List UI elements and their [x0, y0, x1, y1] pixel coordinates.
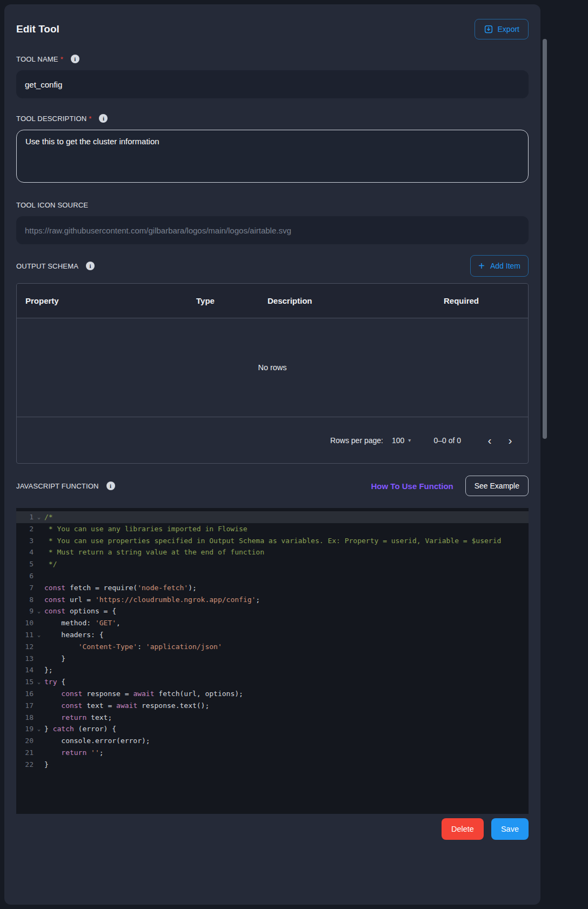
fold-spacer [34, 759, 44, 771]
line-number: 21 [16, 747, 34, 759]
code-line: 7const fetch = require('node-fetch'); [16, 582, 529, 594]
fold-spacer [34, 712, 44, 724]
line-number: 6 [16, 570, 34, 582]
column-header-required: Required [435, 296, 528, 305]
code-line-text: 'Content-Type': 'application/json' [44, 641, 222, 653]
dialog-footer: Delete Save [16, 818, 529, 840]
output-schema-label-group: OUTPUT SCHEMA i [16, 262, 95, 270]
fold-spacer [34, 747, 44, 759]
line-number: 9 [16, 605, 34, 617]
line-number: 18 [16, 712, 34, 724]
tool-description-textarea[interactable]: Use this to get the cluster information [16, 130, 529, 183]
code-line: 21 return ''; [16, 747, 529, 759]
code-line-text: */ [44, 558, 57, 570]
fold-marker-icon[interactable]: ⌄ [34, 629, 44, 641]
fold-marker-icon[interactable]: ⌄ [34, 511, 44, 523]
code-line: 5 */ [16, 558, 529, 570]
see-example-button[interactable]: See Example [465, 476, 529, 496]
code-line: 16 const response = await fetch(url, opt… [16, 688, 529, 700]
rows-per-page-select[interactable]: 100 ▾ [392, 436, 411, 445]
code-line: 11⌄ headers: { [16, 629, 529, 641]
line-number: 7 [16, 582, 34, 594]
fold-marker-icon[interactable]: ⌄ [34, 676, 44, 688]
code-line-text: console.error(error); [44, 735, 150, 747]
scrollbar-thumb[interactable] [543, 39, 547, 439]
code-line: 18 return text; [16, 712, 529, 724]
table-empty-body: No rows [17, 318, 528, 417]
info-icon[interactable]: i [106, 482, 115, 490]
code-line: 3 * You can use properties specified in … [16, 535, 529, 547]
info-icon[interactable]: i [99, 114, 108, 123]
output-schema-header-row: OUTPUT SCHEMA i + Add Item [16, 255, 529, 277]
export-button[interactable]: Export [475, 19, 529, 39]
table-header-row: Property Type Description Required [17, 284, 528, 318]
previous-page-button[interactable]: ‹ [479, 430, 500, 451]
js-function-label: JAVASCRIPT FUNCTION [16, 482, 99, 490]
tool-description-label: TOOL DESCRIPTION [16, 115, 86, 123]
line-number: 1 [16, 511, 34, 523]
code-line: 13 } [16, 653, 529, 665]
code-line: 4 * Must return a string value at the en… [16, 546, 529, 558]
code-line-text: const response = await fetch(url, option… [44, 688, 243, 700]
rows-per-page-value: 100 [392, 436, 404, 445]
code-line-text: * You can use any libraries imported in … [44, 523, 248, 535]
table-pagination: Rows per page: 100 ▾ 0–0 of 0 ‹ › [17, 417, 528, 463]
js-function-actions: How To Use Function See Example [371, 476, 529, 496]
line-number: 13 [16, 653, 34, 665]
tool-name-input[interactable] [16, 70, 529, 98]
code-line: 12 'Content-Type': 'application/json' [16, 641, 529, 653]
add-item-label: Add Item [490, 262, 520, 270]
code-line-text: try { [44, 676, 65, 688]
export-label: Export [498, 25, 519, 34]
fold-marker-icon[interactable]: ⌄ [34, 605, 44, 617]
next-page-button[interactable]: › [500, 430, 520, 451]
fold-spacer [34, 688, 44, 700]
required-asterisk: * [61, 55, 63, 63]
tool-icon-source-input[interactable] [16, 216, 529, 244]
column-header-description: Description [259, 296, 435, 305]
info-icon[interactable]: i [71, 55, 79, 63]
fold-spacer [34, 641, 44, 653]
js-function-label-group: JAVASCRIPT FUNCTION i [16, 482, 115, 490]
fold-spacer [34, 700, 44, 712]
tool-icon-label-row: TOOL ICON SOURCE [16, 200, 529, 210]
scrollbar-track[interactable] [543, 4, 547, 905]
code-line-text: return ''; [44, 747, 104, 759]
delete-button[interactable]: Delete [442, 818, 484, 840]
fold-spacer [34, 735, 44, 747]
code-line-text: }; [44, 664, 53, 676]
fold-spacer [34, 582, 44, 594]
code-line-text: const options = { [44, 605, 116, 617]
line-number: 16 [16, 688, 34, 700]
page-title: Edit Tool [16, 23, 59, 35]
code-line-text: * You can use properties specified in Ou… [44, 535, 501, 547]
save-button[interactable]: Save [491, 818, 529, 840]
tool-icon-source-label: TOOL ICON SOURCE [16, 201, 88, 209]
fold-spacer [34, 617, 44, 629]
required-asterisk: * [89, 115, 91, 123]
add-item-button[interactable]: + Add Item [470, 255, 529, 277]
code-line: 20 console.error(error); [16, 735, 529, 747]
column-header-property: Property [17, 296, 188, 305]
code-line: 15⌄try { [16, 676, 529, 688]
line-number: 17 [16, 700, 34, 712]
fold-marker-icon[interactable]: ⌄ [34, 723, 44, 735]
fold-spacer [34, 653, 44, 665]
code-line: 22} [16, 759, 529, 771]
fold-spacer [34, 546, 44, 558]
line-number: 12 [16, 641, 34, 653]
fold-spacer [34, 558, 44, 570]
code-line-text: } [44, 653, 65, 665]
tool-description-label-row: TOOL DESCRIPTION * i [16, 113, 529, 123]
line-number: 20 [16, 735, 34, 747]
line-number: 11 [16, 629, 34, 641]
fold-spacer [34, 594, 44, 606]
fold-spacer [34, 523, 44, 535]
code-editor[interactable]: 1⌄/*2 * You can use any libraries import… [16, 508, 529, 814]
how-to-use-function-link[interactable]: How To Use Function [371, 482, 453, 491]
code-line-text: return text; [44, 712, 112, 724]
code-line: 2 * You can use any libraries imported i… [16, 523, 529, 535]
info-icon[interactable]: i [86, 262, 95, 270]
edit-tool-dialog: Edit Tool Export TOOL NAME * i TOOL DESC… [4, 4, 540, 905]
fold-spacer [34, 535, 44, 547]
